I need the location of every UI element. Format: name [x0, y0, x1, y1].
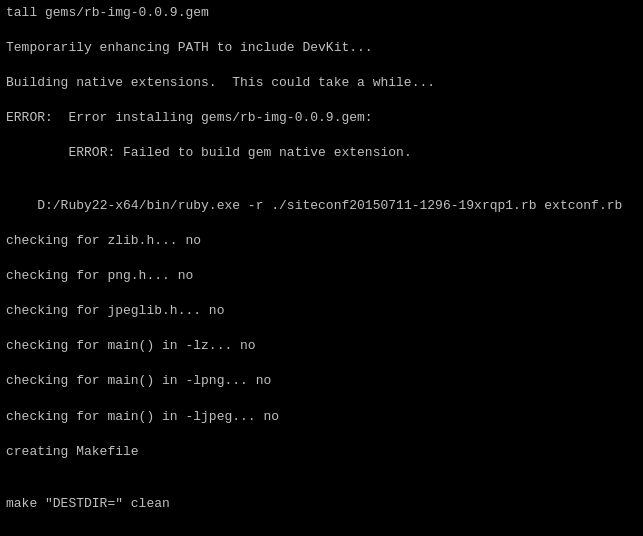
terminal-line: checking for png.h... no: [6, 267, 637, 285]
terminal-line: tall gems/rb-img-0.0.9.gem: [6, 4, 637, 22]
terminal-line: checking for zlib.h... no: [6, 232, 637, 250]
terminal-line: checking for main() in -lz... no: [6, 337, 637, 355]
terminal-line: Building native extensions. This could t…: [6, 74, 637, 92]
terminal-line: make "DESTDIR=" clean: [6, 495, 637, 513]
terminal-line: checking for main() in -lpng... no: [6, 372, 637, 390]
terminal-line: [6, 179, 637, 197]
terminal-line: Temporarily enhancing PATH to include De…: [6, 39, 637, 57]
terminal-line: [6, 478, 637, 496]
terminal-line: creating Makefile: [6, 443, 637, 461]
terminal-output: tall gems/rb-img-0.0.9.gem Temporarily e…: [0, 0, 643, 536]
terminal-line: ERROR: Failed to build gem native extens…: [6, 144, 637, 162]
terminal-line: [6, 530, 637, 536]
terminal-line: D:/Ruby22-x64/bin/ruby.exe -r ./siteconf…: [6, 197, 637, 215]
terminal-line: checking for main() in -ljpeg... no: [6, 408, 637, 426]
terminal-line: ERROR: Error installing gems/rb-img-0.0.…: [6, 109, 637, 127]
terminal-line: checking for jpeglib.h... no: [6, 302, 637, 320]
